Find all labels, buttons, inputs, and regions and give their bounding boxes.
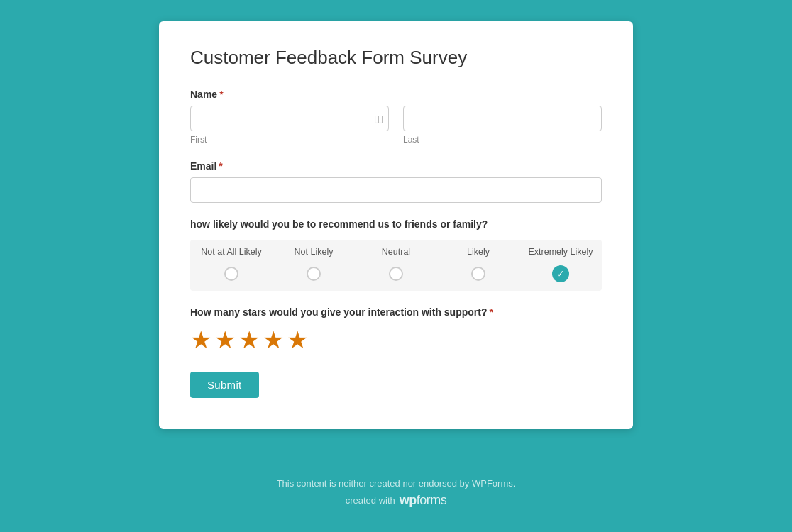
radio-item-3[interactable] [437,267,519,281]
likelihood-question: how likely would you be to recommend us … [190,218,602,230]
first-name-sub: ◫ First [190,106,389,145]
first-input-wrapper: ◫ [190,106,389,131]
stars-section: How many stars would you give your inter… [190,306,602,352]
radio-label-3: Likely [437,247,519,257]
radio-scale: Not at All Likely Not Likely Neutral Lik… [190,240,602,291]
star-5[interactable]: ★ [287,328,308,352]
star-3[interactable]: ★ [238,328,260,352]
last-name-sub: Last [403,106,602,145]
name-row: ◫ First Last [190,106,602,145]
radio-item-0[interactable] [190,267,273,281]
stars-row[interactable]: ★ ★ ★ ★ ★ [190,328,602,352]
name-field-group: Name* ◫ First Last [190,89,602,145]
radio-label-1: Not Likely [273,247,355,257]
last-name-input[interactable] [403,106,602,131]
input-icon: ◫ [374,113,383,124]
stars-question: How many stars would you give your inter… [190,306,602,318]
radio-inputs-row: ✓ [190,261,602,291]
created-with-text: created with [346,495,395,506]
page-wrapper: Customer Feedback Form Survey Name* ◫ Fi… [0,0,792,532]
first-label: First [190,135,389,145]
radio-label-0: Not at All Likely [190,247,273,257]
radio-2[interactable] [389,267,403,281]
footer-disclaimer: This content is neither created nor endo… [277,478,516,489]
radio-item-2[interactable] [355,267,437,281]
last-label: Last [403,135,602,145]
star-1[interactable]: ★ [190,328,211,352]
footer-created: created with wpforms [277,493,516,508]
radio-label-4: Extremely Likely [519,247,602,257]
submit-button[interactable]: Submit [190,372,259,398]
checkmark-radio: ✓ [552,265,569,282]
star-4[interactable]: ★ [263,328,284,352]
star-2[interactable]: ★ [214,328,236,352]
radio-0[interactable] [224,267,238,281]
stars-required-star: * [490,306,493,318]
footer: This content is neither created nor endo… [277,478,516,511]
email-field-group: Email* [190,160,602,203]
form-title: Customer Feedback Form Survey [190,47,602,69]
name-required-star: * [219,89,223,100]
likelihood-field-group: how likely would you be to recommend us … [190,218,602,291]
radio-item-4[interactable]: ✓ [519,265,602,282]
email-input[interactable] [190,177,602,203]
wpforms-logo: wpforms [400,493,447,508]
first-name-input[interactable] [190,106,389,131]
name-label: Name* [190,89,602,100]
email-required-star: * [219,160,222,172]
radio-3[interactable] [471,267,485,281]
radio-1[interactable] [307,267,321,281]
radio-item-1[interactable] [273,267,355,281]
email-label: Email* [190,160,602,172]
radio-label-2: Neutral [355,247,437,257]
form-card: Customer Feedback Form Survey Name* ◫ Fi… [159,21,633,429]
radio-labels-row: Not at All Likely Not Likely Neutral Lik… [190,240,602,261]
